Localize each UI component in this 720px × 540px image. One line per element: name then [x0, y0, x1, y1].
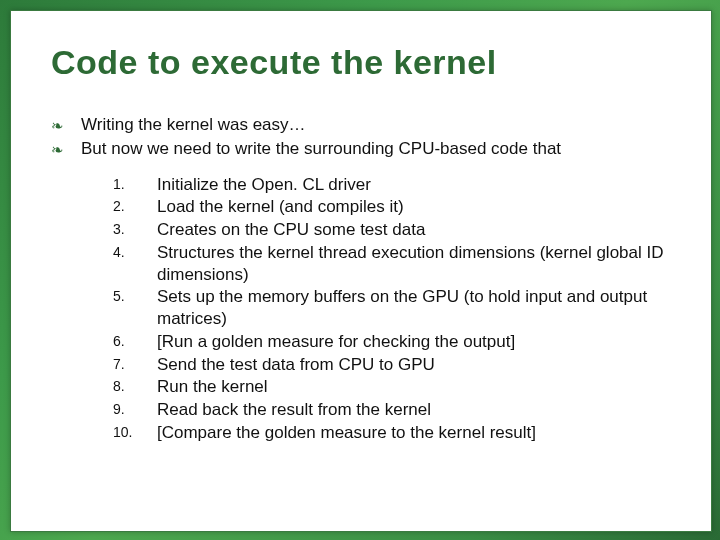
step-text: Creates on the CPU some test data: [157, 219, 671, 241]
list-item: 6.[Run a golden measure for checking the…: [113, 331, 671, 353]
step-number: 6.: [113, 331, 157, 353]
bullet-item: ❧ Writing the kernel was easy…: [51, 114, 671, 136]
step-text: Send the test data from CPU to GPU: [157, 354, 671, 376]
step-text: Read back the result from the kernel: [157, 399, 671, 421]
numbered-list: 1.Initialize the Open. CL driver 2.Load …: [51, 162, 671, 444]
list-item: 4.Structures the kernel thread execution…: [113, 242, 671, 286]
list-item: 2.Load the kernel (and compiles it): [113, 196, 671, 218]
step-text: Run the kernel: [157, 376, 671, 398]
slide-content: ❧ Writing the kernel was easy… ❧ But now…: [11, 94, 711, 444]
list-item: 1.Initialize the Open. CL driver: [113, 174, 671, 196]
step-number: 10.: [113, 422, 157, 444]
list-item: 7.Send the test data from CPU to GPU: [113, 354, 671, 376]
slide-title: Code to execute the kernel: [11, 11, 711, 94]
step-number: 3.: [113, 219, 157, 241]
list-item: 10.[Compare the golden measure to the ke…: [113, 422, 671, 444]
leaf-icon: ❧: [51, 114, 81, 136]
step-number: 9.: [113, 399, 157, 421]
leaf-icon: ❧: [51, 138, 81, 160]
slide: Code to execute the kernel ❧ Writing the…: [10, 10, 712, 532]
step-text: [Run a golden measure for checking the o…: [157, 331, 671, 353]
list-item: 9.Read back the result from the kernel: [113, 399, 671, 421]
step-text: Structures the kernel thread execution d…: [157, 242, 671, 286]
step-number: 1.: [113, 174, 157, 196]
step-number: 2.: [113, 196, 157, 218]
step-number: 4.: [113, 242, 157, 286]
bullet-text: Writing the kernel was easy…: [81, 114, 671, 136]
bullet-item: ❧ But now we need to write the surroundi…: [51, 138, 671, 160]
list-item: 8.Run the kernel: [113, 376, 671, 398]
bullet-text: But now we need to write the surrounding…: [81, 138, 671, 160]
step-number: 5.: [113, 286, 157, 330]
step-text: Initialize the Open. CL driver: [157, 174, 671, 196]
step-text: [Compare the golden measure to the kerne…: [157, 422, 671, 444]
step-number: 8.: [113, 376, 157, 398]
step-text: Load the kernel (and compiles it): [157, 196, 671, 218]
step-text: Sets up the memory buffers on the GPU (t…: [157, 286, 671, 330]
list-item: 3.Creates on the CPU some test data: [113, 219, 671, 241]
step-number: 7.: [113, 354, 157, 376]
list-item: 5.Sets up the memory buffers on the GPU …: [113, 286, 671, 330]
